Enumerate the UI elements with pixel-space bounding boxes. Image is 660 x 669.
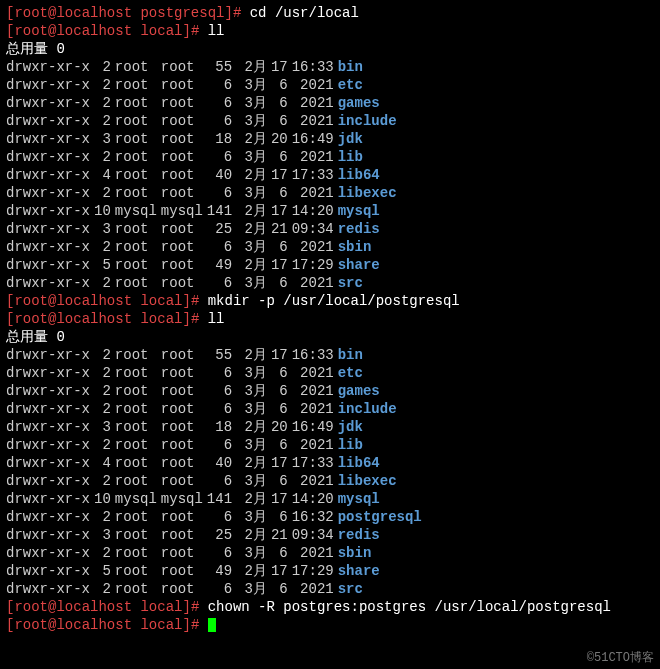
cursor-icon bbox=[208, 618, 216, 632]
link-count: 2 bbox=[94, 508, 115, 526]
permissions: drwxr-xr-x bbox=[6, 400, 94, 418]
month: 2月 bbox=[236, 58, 271, 76]
prompt-line[interactable]: [root@localhost local]# mkdir -p /usr/lo… bbox=[6, 292, 654, 310]
table-row: drwxr-xr-x 2root root 6 3月 6 2021include bbox=[6, 112, 401, 130]
time: 2021 bbox=[292, 76, 338, 94]
month: 2月 bbox=[236, 418, 271, 436]
bracket-close: ] bbox=[182, 311, 190, 327]
day: 17 bbox=[271, 454, 292, 472]
size: 6 bbox=[207, 472, 236, 490]
month: 3月 bbox=[236, 184, 271, 202]
time: 16:33 bbox=[292, 346, 338, 364]
size: 6 bbox=[207, 112, 236, 130]
month: 2月 bbox=[236, 562, 271, 580]
month: 3月 bbox=[236, 148, 271, 166]
table-row: drwxr-xr-x 2root root 6 3月 616:32postgre… bbox=[6, 508, 426, 526]
directory-name: mysql bbox=[338, 202, 401, 220]
day: 6 bbox=[271, 544, 292, 562]
table-row: drwxr-xr-x 3root root 25 2月2109:34redis bbox=[6, 526, 426, 544]
command-text: ll bbox=[208, 23, 225, 39]
size: 18 bbox=[207, 418, 236, 436]
prompt-path: local bbox=[132, 293, 182, 309]
size: 18 bbox=[207, 130, 236, 148]
time: 2021 bbox=[292, 238, 338, 256]
table-row: drwxr-xr-x 2root root 55 2月1716:33bin bbox=[6, 346, 426, 364]
group: mysql bbox=[161, 490, 207, 508]
size: 6 bbox=[207, 274, 236, 292]
permissions: drwxr-xr-x bbox=[6, 112, 94, 130]
time: 2021 bbox=[292, 580, 338, 598]
permissions: drwxr-xr-x bbox=[6, 382, 94, 400]
day: 6 bbox=[271, 580, 292, 598]
permissions: drwxr-xr-x bbox=[6, 166, 94, 184]
link-count: 2 bbox=[94, 184, 115, 202]
group: root bbox=[161, 544, 207, 562]
bracket-close: ] bbox=[182, 293, 190, 309]
permissions: drwxr-xr-x bbox=[6, 220, 94, 238]
permissions: drwxr-xr-x bbox=[6, 472, 94, 490]
permissions: drwxr-xr-x bbox=[6, 508, 94, 526]
group: mysql bbox=[161, 202, 207, 220]
day: 17 bbox=[271, 202, 292, 220]
permissions: drwxr-xr-x bbox=[6, 58, 94, 76]
prompt-hash: # bbox=[191, 617, 208, 633]
link-count: 2 bbox=[94, 58, 115, 76]
prompt-line[interactable]: [root@localhost local]# bbox=[6, 616, 654, 634]
prompt-line[interactable]: [root@localhost local]# ll bbox=[6, 22, 654, 40]
terminal[interactable]: [root@localhost postgresql]# cd /usr/loc… bbox=[6, 4, 654, 634]
day: 17 bbox=[271, 346, 292, 364]
group: root bbox=[161, 364, 207, 382]
day: 6 bbox=[271, 436, 292, 454]
directory-name: bin bbox=[338, 346, 426, 364]
prompt-line[interactable]: [root@localhost local]# chown -R postgre… bbox=[6, 598, 654, 616]
time: 2021 bbox=[292, 364, 338, 382]
group: root bbox=[161, 472, 207, 490]
directory-name: lib bbox=[338, 436, 426, 454]
permissions: drwxr-xr-x bbox=[6, 454, 94, 472]
permissions: drwxr-xr-x bbox=[6, 274, 94, 292]
directory-name: lib64 bbox=[338, 454, 426, 472]
month: 2月 bbox=[236, 220, 271, 238]
table-row: drwxr-xr-x 2root root 6 3月 6 2021sbin bbox=[6, 544, 426, 562]
time: 17:29 bbox=[292, 562, 338, 580]
group: root bbox=[161, 418, 207, 436]
permissions: drwxr-xr-x bbox=[6, 76, 94, 94]
month: 2月 bbox=[236, 130, 271, 148]
time: 16:49 bbox=[292, 418, 338, 436]
time: 2021 bbox=[292, 436, 338, 454]
table-row: drwxr-xr-x 2root root 6 3月 6 2021src bbox=[6, 580, 426, 598]
permissions: drwxr-xr-x bbox=[6, 202, 94, 220]
prompt-host: localhost bbox=[56, 617, 132, 633]
owner: root bbox=[115, 184, 161, 202]
group: root bbox=[161, 508, 207, 526]
owner: root bbox=[115, 112, 161, 130]
prompt-host: localhost bbox=[56, 293, 132, 309]
group: root bbox=[161, 256, 207, 274]
table-row: drwxr-xr-x 2root root 6 3月 6 2021lib bbox=[6, 436, 426, 454]
table-row: drwxr-xr-x 2root root 6 3月 6 2021games bbox=[6, 382, 426, 400]
directory-name: jdk bbox=[338, 130, 401, 148]
link-count: 2 bbox=[94, 148, 115, 166]
time: 09:34 bbox=[292, 526, 338, 544]
table-row: drwxr-xr-x 2root root 6 3月 6 2021etc bbox=[6, 364, 426, 382]
prompt-line[interactable]: [root@localhost postgresql]# cd /usr/loc… bbox=[6, 4, 654, 22]
time: 14:20 bbox=[292, 490, 338, 508]
link-count: 2 bbox=[94, 112, 115, 130]
size: 6 bbox=[207, 364, 236, 382]
directory-name: games bbox=[338, 382, 426, 400]
link-count: 2 bbox=[94, 472, 115, 490]
directory-name: mysql bbox=[338, 490, 426, 508]
month: 2月 bbox=[236, 256, 271, 274]
owner: mysql bbox=[115, 490, 161, 508]
month: 2月 bbox=[236, 454, 271, 472]
bracket-close: ] bbox=[182, 599, 190, 615]
prompt-user: root bbox=[14, 617, 48, 633]
day: 6 bbox=[271, 238, 292, 256]
day: 21 bbox=[271, 526, 292, 544]
table-row: drwxr-xr-x 4root root 40 2月1717:33lib64 bbox=[6, 166, 401, 184]
prompt-line[interactable]: [root@localhost local]# ll bbox=[6, 310, 654, 328]
owner: mysql bbox=[115, 202, 161, 220]
day: 6 bbox=[271, 382, 292, 400]
directory-name: postgresql bbox=[338, 508, 426, 526]
owner: root bbox=[115, 130, 161, 148]
